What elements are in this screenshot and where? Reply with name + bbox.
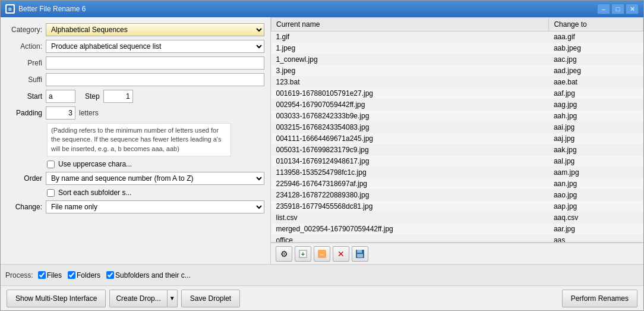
category-select[interactable]: Alphabetical Sequences: [46, 23, 264, 36]
table-row: 113958-1535254798fc1c.jpgaam.jpg: [272, 167, 643, 178]
table-row: 1.jpegaab.jpeg: [272, 43, 643, 54]
action-label: Action:: [7, 42, 42, 51]
current-name-cell: 003215-16768243354083.jpg: [272, 122, 549, 133]
replace-button[interactable]: ↔: [314, 246, 330, 262]
padding-letters-label: letters: [79, 109, 99, 117]
show-multi-step-button[interactable]: Show Multi-Step Interface: [7, 290, 106, 307]
change-to-cell: aab.jpeg: [549, 43, 643, 54]
table-row: 002954-167907059442ff.jpgaag.jpg: [272, 99, 643, 111]
order-select[interactable]: By name and sequence number (from A to Z…: [46, 172, 264, 185]
remove-button[interactable]: ✕: [333, 246, 349, 262]
current-name-cell: 1_conewl.jpg: [272, 54, 549, 65]
change-to-cell: aan.jpg: [549, 178, 643, 190]
current-name-cell: 1.jpeg: [272, 43, 549, 54]
uppercase-checkbox[interactable]: [47, 161, 55, 168]
current-name-cell: merged_002954-167907059442ff.jpg: [272, 224, 549, 235]
app-icon: B: [5, 4, 15, 14]
current-name-cell: 001619-167880105791e27.jpg: [272, 88, 549, 99]
change-select[interactable]: File name only: [46, 200, 264, 213]
step-input[interactable]: [103, 90, 133, 103]
table-row: 235918-16779455568dc81.jpgaap.jpg: [272, 201, 643, 212]
padding-label: Padding: [7, 109, 42, 117]
subfolders-check-group: Subfolders and their c...: [106, 271, 191, 279]
sort-subfolder-row: Sort each subfolder s...: [47, 189, 264, 197]
change-to-cell: aal.jpg: [549, 156, 643, 167]
table-row: 3.jpegaad.jpeg: [272, 65, 643, 77]
file-table-container[interactable]: Current name Change to 1.gifaaa.gif1.jpe…: [271, 17, 643, 243]
padding-input[interactable]: [46, 106, 75, 120]
order-row: Order By name and sequence number (from …: [7, 172, 264, 185]
action-select[interactable]: Produce alphabetical sequence list: [46, 40, 264, 53]
change-to-cell: aac.jpg: [549, 54, 643, 65]
change-dropdown-wrapper[interactable]: File name only: [46, 200, 264, 213]
category-label: Category:: [7, 26, 42, 34]
current-name-cell: 113958-1535254798fc1c.jpg: [272, 167, 549, 178]
change-row: Change: File name only: [7, 200, 264, 213]
padding-row: Padding letters: [7, 106, 264, 120]
table-row: 001619-167880105791e27.jpgaaf.jpg: [272, 88, 643, 99]
action-dropdown-wrapper[interactable]: Produce alphabetical sequence list: [46, 40, 264, 53]
folders-check-group: Folders: [68, 271, 100, 279]
svg-rect-7: [357, 250, 362, 253]
step-label: Step: [85, 92, 100, 100]
file-table: Current name Change to 1.gifaaa.gif1.jpe…: [271, 17, 643, 243]
start-label: Start: [7, 92, 42, 100]
prefi-label: Prefi: [7, 59, 42, 67]
suffi-input[interactable]: [46, 73, 264, 86]
subfolders-checkbox[interactable]: [106, 271, 114, 279]
current-name-cell: 225946-167647318697af.jpg: [272, 178, 549, 190]
files-check-group: Files: [38, 271, 62, 279]
current-name-cell: 010134-16769124948617.jpg: [272, 156, 549, 167]
category-dropdown-wrapper[interactable]: Alphabetical Sequences: [46, 23, 264, 36]
table-row: officeaas: [272, 235, 643, 243]
sort-subfolder-checkbox[interactable]: [47, 189, 55, 197]
create-drop-arrow-button[interactable]: ▼: [167, 290, 178, 307]
uppercase-row: Use uppercase chara...: [47, 160, 264, 168]
change-to-cell: aad.jpeg: [549, 65, 643, 77]
change-to-cell: aaj.jpg: [549, 133, 643, 144]
table-row: 010134-16769124948617.jpgaal.jpg: [272, 156, 643, 167]
perform-renames-button[interactable]: Perform Renames: [562, 290, 637, 307]
close-button[interactable]: ✕: [626, 4, 639, 14]
save-button[interactable]: [352, 246, 368, 262]
save-droplet-button[interactable]: Save Droplet: [181, 290, 240, 307]
order-label: Order: [7, 174, 42, 183]
start-input[interactable]: [46, 90, 75, 103]
change-to-cell: aaq.csv: [549, 212, 643, 224]
change-to-cell: aai.jpg: [549, 122, 643, 133]
current-name-cell: 005031-167699823179c9.jpg: [272, 144, 549, 156]
change-to-cell: aag.jpg: [549, 99, 643, 111]
add-file-button[interactable]: +: [295, 246, 311, 262]
create-drop-button[interactable]: Create Drop...: [109, 290, 166, 307]
maximize-button[interactable]: □: [611, 4, 624, 14]
table-row: 003033-16768242333b9e.jpgaah.jpg: [272, 111, 643, 122]
minimize-button[interactable]: –: [597, 4, 610, 14]
action-row: Action: Produce alphabetical sequence li…: [7, 40, 264, 53]
settings-icon-button[interactable]: ⚙: [276, 246, 292, 262]
bottom-bar: Process: Files Folders Subfolders and th…: [1, 264, 643, 285]
current-name-cell: list.csv: [272, 212, 549, 224]
main-window: B Better File Rename 6 – □ ✕ Category: A…: [0, 0, 644, 311]
padding-description: (Padding refers to the minimum number of…: [47, 123, 231, 156]
table-row: 004111-16664469671a245.jpgaaj.jpg: [272, 133, 643, 144]
files-label: Files: [47, 271, 62, 279]
current-name-cell: 123.bat: [272, 77, 549, 88]
change-to-cell: aas: [549, 235, 643, 243]
current-name-cell: office: [272, 235, 549, 243]
current-name-cell: 002954-167907059442ff.jpg: [272, 99, 549, 111]
change-to-cell: aam.jpg: [549, 167, 643, 178]
table-row: merged_002954-167907059442ff.jpgaar.jpg: [272, 224, 643, 235]
svg-text:B: B: [8, 7, 12, 12]
change-to-cell: aao.jpg: [549, 190, 643, 201]
prefi-row: Prefi: [7, 56, 264, 70]
current-name-cell: 235918-16779455568dc81.jpg: [272, 201, 549, 212]
folders-label: Folders: [77, 271, 100, 279]
folders-checkbox[interactable]: [68, 271, 75, 279]
category-row: Category: Alphabetical Sequences: [7, 23, 264, 36]
footer-bar: Show Multi-Step Interface Create Drop...…: [1, 285, 643, 310]
current-name-cell: 3.jpeg: [272, 65, 549, 77]
prefi-input[interactable]: [46, 56, 264, 70]
order-dropdown-wrapper[interactable]: By name and sequence number (from A to Z…: [46, 172, 264, 185]
files-checkbox[interactable]: [38, 271, 46, 279]
col-current-name: Current name: [272, 18, 549, 32]
